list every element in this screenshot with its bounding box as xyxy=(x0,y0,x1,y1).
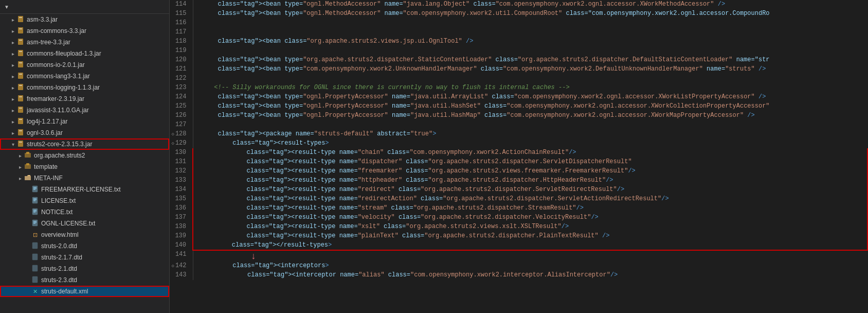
tree-arrow-icon[interactable]: ▸ xyxy=(9,28,16,34)
jar-icon xyxy=(16,83,25,92)
code-area[interactable]: 114 class="tag"><bean type="ognl.MethodA… xyxy=(170,0,868,313)
svg-rect-6 xyxy=(18,50,23,56)
line-number[interactable]: ◇142 xyxy=(170,262,193,271)
tree-item-label: asm-commons-3.3.jar xyxy=(27,27,167,34)
tree-arrow-icon[interactable]: ▸ xyxy=(9,62,16,68)
tree-item-LICENSE[interactable]: LICENSE.txt xyxy=(0,195,169,206)
code-line-142: ◇142 class="tag"><interceptors> xyxy=(170,262,867,271)
tree-item-commons-lang3[interactable]: ▸commons-lang3-3.1.jar xyxy=(0,71,169,82)
tree-item-NOTICE[interactable]: NOTICE.txt xyxy=(0,206,169,218)
svg-rect-2 xyxy=(18,27,23,33)
fold-icon[interactable]: ◇ xyxy=(171,141,174,146)
tree-item-struts-2.1.dtd[interactable]: struts-2.1.dtd xyxy=(0,263,169,274)
line-number: 138 xyxy=(170,222,193,232)
tree-item-OGNL-LICENSE[interactable]: OGNL-LICENSE.txt xyxy=(0,218,169,229)
jar-icon xyxy=(16,27,25,35)
svg-rect-44 xyxy=(32,242,38,249)
tree-item-asm-tree[interactable]: ▸asm-tree-3.3.jar xyxy=(0,37,169,48)
line-content: class="tag"><result-type name="dispatche… xyxy=(193,158,867,167)
tree-item-org.apache.struts2[interactable]: ▸org.apache.struts2 xyxy=(0,150,169,161)
tree-item-label: struts-2.1.7.dtd xyxy=(41,254,167,261)
tree-item-template[interactable]: ▸template xyxy=(0,161,169,172)
tree-item-label: commons-logging-1.1.3.jar xyxy=(27,84,167,91)
tree-item-overview[interactable]: ⊡overview.html xyxy=(0,229,169,240)
tree-arrow-icon[interactable]: ▸ xyxy=(16,164,24,170)
sidebar: ▼ ▸asm-3.3.jar▸asm-commons-3.3.jar▸asm-t… xyxy=(0,0,170,313)
code-line-124: 124 class="tag"><bean type="ognl.Propert… xyxy=(170,93,867,102)
tree-arrow-icon[interactable]: ▸ xyxy=(9,108,16,113)
tree-item-commons-io[interactable]: ▸commons-io-2.0.1.jar xyxy=(0,59,169,71)
line-number: 135 xyxy=(170,195,193,204)
line-number: 130 xyxy=(170,148,193,158)
line-number: 119 xyxy=(170,46,193,56)
code-line-125: 125 class="tag"><bean type="ognl.Propert… xyxy=(170,102,867,111)
jar-icon xyxy=(16,61,25,69)
jar-icon xyxy=(16,38,25,46)
code-line-133: 133 class="tag"><result-type name="httph… xyxy=(170,176,867,185)
jar-icon xyxy=(16,15,25,24)
tree-item-commons-logging[interactable]: ▸commons-logging-1.1.3.jar xyxy=(0,82,169,93)
tree-item-label: org.apache.struts2 xyxy=(34,152,167,159)
svg-rect-17 xyxy=(19,108,22,109)
tree-arrow-icon[interactable]: ▸ xyxy=(9,130,16,136)
tree-arrow-icon[interactable]: ▸ xyxy=(9,119,16,125)
code-line-137: 137 class="tag"><result-type name="veloc… xyxy=(170,213,867,222)
txt-file-icon xyxy=(31,197,39,205)
svg-rect-27 xyxy=(26,163,29,165)
tree-item-struts-2.3.dtd[interactable]: struts-2.3.dtd xyxy=(0,274,169,286)
line-number: 132 xyxy=(170,167,193,176)
tree-item-label: commons-lang3-3.1.jar xyxy=(27,73,167,80)
line-content: <!-- Silly workarounds for OGNL since th… xyxy=(193,83,867,93)
tree-item-javassist[interactable]: ▸javassist-3.11.0.GA.jar xyxy=(0,105,169,116)
jar-icon xyxy=(16,129,25,137)
code-line-116: 116 xyxy=(170,19,867,28)
fold-icon[interactable]: ◇ xyxy=(171,264,174,269)
line-content: class="tag"><bean class="org.apache.stru… xyxy=(193,37,867,46)
line-content: class="tag"><result-type name="xslt" cla… xyxy=(193,222,867,232)
svg-rect-4 xyxy=(18,39,23,45)
sidebar-tree: ▸asm-3.3.jar▸asm-commons-3.3.jar▸asm-tre… xyxy=(0,14,169,297)
line-number: 122 xyxy=(170,74,193,83)
line-number: 136 xyxy=(170,204,193,213)
line-content: class="tag"><bean type="ognl.PropertyAcc… xyxy=(193,111,867,120)
code-line-126: 126 class="tag"><bean type="ognl.Propert… xyxy=(170,111,867,120)
svg-rect-18 xyxy=(18,118,23,124)
tree-arrow-icon[interactable]: ▸ xyxy=(9,85,16,91)
tree-item-asm-commons[interactable]: ▸asm-commons-3.3.jar xyxy=(0,25,169,37)
tree-item-struts-default.xml[interactable]: ✕struts-default.xml xyxy=(0,286,169,297)
sidebar-collapse-arrow[interactable]: ▼ xyxy=(4,4,9,10)
fold-icon[interactable]: ◇ xyxy=(171,132,174,137)
tree-item-label: log4j-1.2.17.jar xyxy=(27,118,167,125)
tree-arrow-icon[interactable]: ▸ xyxy=(16,153,24,159)
svg-rect-0 xyxy=(18,16,23,22)
tree-arrow-icon[interactable]: ▾ xyxy=(9,142,16,147)
tree-item-struts-2.0.dtd[interactable]: struts-2.0.dtd xyxy=(0,240,169,252)
tree-item-log4j[interactable]: ▸log4j-1.2.17.jar xyxy=(0,116,169,127)
tree-arrow-icon[interactable]: ▸ xyxy=(9,96,16,102)
line-number[interactable]: ◇128 xyxy=(170,130,193,139)
svg-rect-10 xyxy=(18,73,23,79)
tree-item-struts-2.1.7.dtd[interactable]: struts-2.1.7.dtd xyxy=(0,252,169,263)
code-line-121: 121 class="tag"><bean type="com.opensymp… xyxy=(170,65,867,74)
tree-item-asm[interactable]: ▸asm-3.3.jar xyxy=(0,14,169,25)
tree-item-ognl[interactable]: ▸ognl-3.0.6.jar xyxy=(0,127,169,138)
code-line-127: 127 xyxy=(170,120,867,130)
line-number: 120 xyxy=(170,56,193,65)
txt-file-icon xyxy=(31,185,39,194)
tree-item-label: javassist-3.11.0.GA.jar xyxy=(27,107,167,114)
tree-arrow-icon[interactable]: ▸ xyxy=(9,51,16,57)
tree-arrow-icon[interactable]: ▸ xyxy=(9,17,16,23)
line-content: class="tag"><bean type="ognl.PropertyAcc… xyxy=(193,93,867,102)
line-number[interactable]: ◇129 xyxy=(170,139,193,148)
tree-item-struts2-core[interactable]: ▾struts2-core-2.3.15.3.jar xyxy=(0,138,169,150)
line-content xyxy=(193,120,867,130)
code-line-134: 134 class="tag"><result-type name="redir… xyxy=(170,185,867,195)
code-line-139: 139 class="tag"><result-type name="plain… xyxy=(170,232,867,241)
tree-item-freemarker[interactable]: ▸freemarker-2.3.19.jar xyxy=(0,93,169,105)
tree-arrow-icon[interactable]: ▸ xyxy=(9,40,16,45)
tree-item-commons-fileupload[interactable]: ▸commons-fileupload-1.3.jar xyxy=(0,48,169,59)
tree-arrow-icon[interactable]: ▸ xyxy=(16,176,24,181)
tree-item-FREEMARKER-LICENSE[interactable]: FREEMARKER-LICENSE.txt xyxy=(0,184,169,195)
tree-arrow-icon[interactable]: ▸ xyxy=(9,74,16,79)
tree-item-META-INF[interactable]: ▸META-INF xyxy=(0,172,169,184)
